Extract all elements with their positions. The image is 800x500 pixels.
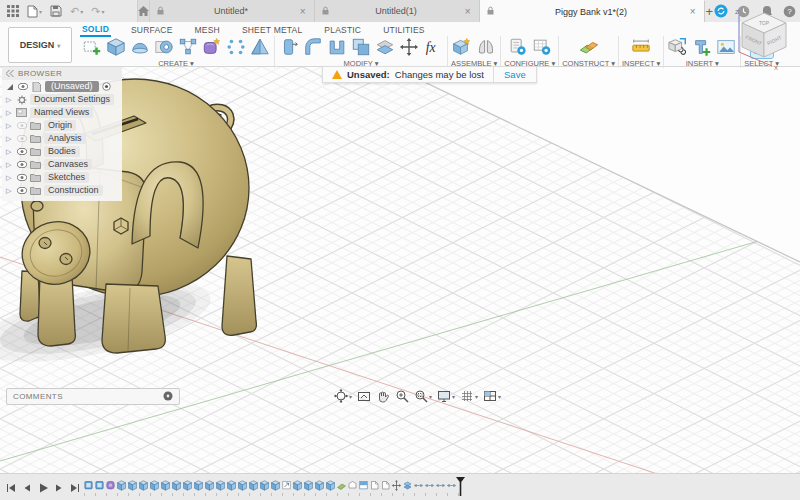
save-icon[interactable] — [47, 2, 65, 20]
pattern-icon[interactable] — [225, 36, 247, 58]
timeline-feature-joint[interactable] — [447, 480, 456, 491]
timeline-feature-plane[interactable] — [337, 480, 346, 491]
expand-arrow-icon[interactable]: ▷ — [6, 135, 13, 143]
visibility-eye-icon[interactable] — [17, 83, 28, 90]
activate-radio-icon[interactable] — [102, 82, 111, 91]
combine-icon[interactable] — [350, 36, 372, 58]
close-tab-icon[interactable]: × — [688, 6, 698, 17]
visibility-eye-icon[interactable] — [16, 135, 27, 142]
new-component-icon[interactable] — [451, 36, 473, 58]
timeline-feature-cubearrow[interactable] — [282, 480, 291, 491]
insert-into-design-icon[interactable] — [691, 36, 713, 58]
look-at-icon[interactable] — [356, 388, 372, 404]
viewports-icon[interactable]: ▾ — [482, 388, 502, 404]
timeline-feature-cube[interactable] — [139, 480, 148, 491]
revolve-icon[interactable] — [129, 36, 151, 58]
timeline-feature-joint[interactable] — [414, 480, 423, 491]
group-label-insert[interactable]: INSERT ▾ — [686, 59, 719, 68]
timeline-position-marker[interactable] — [456, 477, 465, 496]
display-settings-icon[interactable]: ▾ — [436, 388, 456, 404]
app-grid-icon[interactable] — [4, 2, 22, 20]
browser-item-sketches[interactable]: ▷Sketches — [2, 171, 122, 184]
timeline-feature-move[interactable] — [392, 480, 401, 491]
timeline-feature-cube[interactable] — [172, 480, 181, 491]
close-tab-icon[interactable]: × — [298, 6, 308, 17]
timeline-feature-cube[interactable] — [315, 480, 324, 491]
job-status-icon[interactable] — [713, 4, 728, 19]
expanded-arrow-icon[interactable] — [6, 83, 14, 91]
timeline-feature-cube[interactable] — [271, 480, 280, 491]
browser-item-construction[interactable]: ▷Construction — [2, 184, 122, 197]
expand-arrow-icon[interactable]: ▷ — [6, 161, 13, 169]
root-document-label[interactable]: (Unsaved) — [45, 81, 99, 92]
fillet-icon[interactable] — [302, 36, 324, 58]
timeline-feature-cube[interactable] — [304, 480, 313, 491]
timeline-feature-cube[interactable] — [117, 480, 126, 491]
save-link[interactable]: Save — [494, 66, 537, 83]
timeline-step-forward-button[interactable] — [53, 480, 65, 492]
group-label-create[interactable]: CREATE ▾ — [158, 59, 194, 68]
view-cube[interactable]: ZXTOPFRONTRIGHT — [732, 6, 794, 72]
timeline-skip-end-button[interactable] — [69, 480, 81, 492]
timeline-feature-combine[interactable] — [403, 480, 412, 491]
close-tab-icon[interactable]: × — [463, 6, 473, 17]
change-parameters-icon[interactable]: fx — [422, 36, 444, 58]
redo-icon[interactable]: ↷▾ — [88, 2, 107, 20]
document-tab[interactable]: Untitled(1)× — [315, 0, 480, 22]
expand-arrow-icon[interactable]: ▷ — [6, 187, 13, 195]
visibility-eye-icon[interactable] — [16, 187, 27, 194]
loft-icon[interactable] — [249, 36, 271, 58]
visibility-eye-icon[interactable] — [16, 122, 27, 129]
document-tab[interactable]: Piggy Bank v1*(2)× — [480, 0, 705, 22]
timeline-feature-joint[interactable] — [436, 480, 445, 491]
extrude-icon[interactable] — [105, 36, 127, 58]
expand-arrow-icon[interactable]: ▷ — [6, 174, 13, 182]
tab-utilities[interactable]: UTILITIES — [381, 24, 426, 36]
split-body-icon[interactable] — [374, 36, 396, 58]
grid-settings-icon[interactable]: ▾ — [459, 388, 479, 404]
create-sketch-icon[interactable] — [81, 36, 103, 58]
zoom-icon[interactable] — [394, 388, 410, 404]
configuration-table-icon[interactable] — [531, 36, 553, 58]
document-tab[interactable]: Untitled*× — [150, 0, 315, 22]
browser-root-row[interactable]: (Unsaved) — [2, 80, 122, 93]
visibility-eye-icon[interactable] — [16, 161, 27, 168]
timeline-feature-sketch[interactable] — [84, 480, 93, 491]
derive-icon[interactable] — [177, 36, 199, 58]
shell-icon[interactable] — [326, 36, 348, 58]
file-menu-icon[interactable]: ▾ — [24, 2, 45, 20]
timeline-feature-cubehalf[interactable] — [359, 480, 368, 491]
tab-surface[interactable]: SURFACE — [129, 24, 175, 36]
construct-plane-icon[interactable] — [578, 36, 600, 58]
tab-solid[interactable]: SOLID — [80, 23, 111, 37]
create-form-icon[interactable] — [201, 36, 223, 58]
browser-item-origin[interactable]: ▷Origin — [2, 119, 122, 132]
workspace-switcher[interactable]: DESIGN ▾ — [8, 27, 72, 63]
group-label-construct[interactable]: CONSTRUCT ▾ — [562, 59, 615, 68]
timeline-feature-cube[interactable] — [216, 480, 225, 491]
timeline-feature-cube[interactable] — [326, 480, 335, 491]
configuration-icon[interactable] — [507, 36, 529, 58]
tab-sheet-metal[interactable]: SHEET METAL — [240, 24, 304, 36]
timeline-feature-sketch[interactable] — [95, 480, 104, 491]
timeline-feature-cube[interactable] — [194, 480, 203, 491]
timeline-feature-cube[interactable] — [150, 480, 159, 491]
pan-icon[interactable] — [375, 388, 391, 404]
expand-arrow-icon[interactable]: ▷ — [6, 122, 13, 130]
timeline-feature-sketchw[interactable] — [348, 480, 357, 491]
browser-item-document-settings[interactable]: ▷Document Settings — [2, 93, 122, 106]
tab-mesh[interactable]: MESH — [193, 24, 222, 36]
timeline-feature-loft[interactable] — [381, 480, 390, 491]
timeline-feature-cube[interactable] — [183, 480, 192, 491]
visibility-eye-icon[interactable] — [16, 148, 27, 155]
comments-bar[interactable]: COMMENTS — [6, 388, 180, 405]
comment-count-icon[interactable] — [163, 391, 173, 403]
file-home-tab[interactable] — [137, 0, 150, 22]
timeline-skip-start-button[interactable] — [5, 480, 17, 492]
timeline-feature-form[interactable] — [106, 480, 115, 491]
timeline-feature-cube[interactable] — [238, 480, 247, 491]
visibility-eye-icon[interactable] — [16, 174, 27, 181]
press-pull-icon[interactable] — [278, 36, 300, 58]
collapse-panel-icon[interactable] — [6, 70, 14, 77]
expand-arrow-icon[interactable]: ▷ — [6, 148, 13, 156]
